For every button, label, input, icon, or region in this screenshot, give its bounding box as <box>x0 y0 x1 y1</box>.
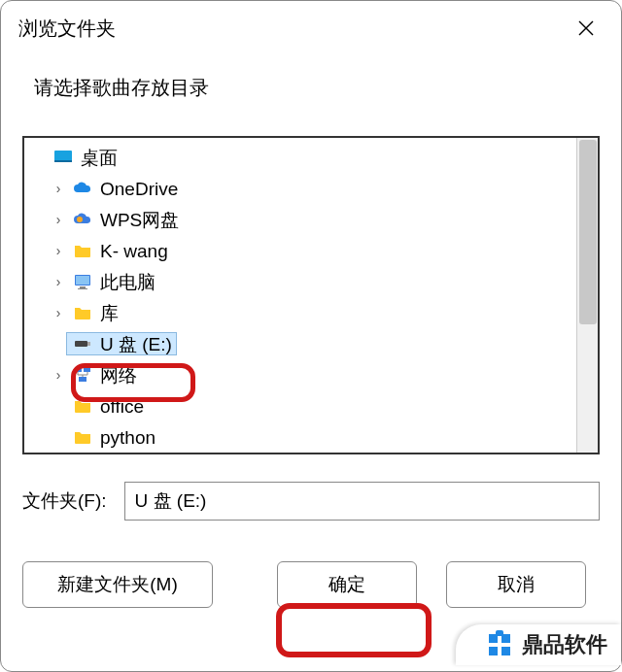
tree-label: python <box>100 428 156 447</box>
usb-drive-icon <box>71 334 94 353</box>
cloud-icon <box>71 210 94 229</box>
titlebar: 浏览文件夹 <box>1 1 621 51</box>
svg-rect-9 <box>75 341 87 347</box>
chevron-right-icon[interactable]: › <box>50 306 67 319</box>
tree-root-desktop[interactable]: 桌面 <box>28 142 598 173</box>
svg-rect-3 <box>54 160 72 162</box>
folder-path-row: 文件夹(F): <box>22 482 600 521</box>
svg-rect-17 <box>501 647 510 655</box>
dialog-title: 浏览文件夹 <box>18 16 116 42</box>
desktop-icon <box>52 148 75 167</box>
tree-item-usb-e[interactable]: U 盘 (E:) <box>28 328 598 359</box>
tree-item-wps[interactable]: › WPS网盘 <box>28 204 598 235</box>
cancel-button[interactable]: 取消 <box>446 561 586 608</box>
cloud-icon <box>71 179 94 198</box>
annotation-highlight <box>276 603 432 657</box>
folder-icon <box>71 241 94 260</box>
svg-rect-18 <box>496 630 503 636</box>
svg-rect-8 <box>78 288 87 289</box>
ok-button[interactable]: 确定 <box>277 561 417 608</box>
tree-label: WPS网盘 <box>100 211 179 229</box>
tree-item-onedrive[interactable]: › OneDrive <box>28 173 598 204</box>
svg-rect-7 <box>80 286 86 288</box>
tree-item-kwang[interactable]: › K- wang <box>28 235 598 266</box>
svg-rect-13 <box>79 377 86 382</box>
tree-item-network[interactable]: › 网络 <box>28 359 598 390</box>
tree-label: 库 <box>100 304 119 322</box>
tree-label: 桌面 <box>81 149 118 167</box>
tree-item-office[interactable]: office <box>28 390 598 421</box>
watermark-logo-icon <box>485 630 514 659</box>
watermark-text: 鼎品软件 <box>522 630 607 659</box>
tree-label: U 盘 (E:) <box>100 335 172 353</box>
chevron-right-icon[interactable]: › <box>50 368 67 382</box>
tree-label: OneDrive <box>100 180 178 198</box>
folder-icon <box>71 303 94 322</box>
chevron-right-icon[interactable]: › <box>50 213 67 226</box>
svg-point-4 <box>77 217 83 222</box>
tree-label: K- wang <box>100 242 168 260</box>
svg-rect-16 <box>489 647 498 655</box>
folder-icon <box>71 427 94 447</box>
watermark: 鼎品软件 <box>456 624 621 665</box>
scrollbar[interactable] <box>576 138 598 453</box>
new-folder-button[interactable]: 新建文件夹(M) <box>22 561 213 608</box>
tree-label: 此电脑 <box>100 273 156 291</box>
svg-rect-11 <box>75 367 82 372</box>
chevron-right-icon[interactable]: › <box>50 244 67 257</box>
scrollbar-thumb[interactable] <box>579 140 597 324</box>
instruction-text: 请选择歌曲存放目录 <box>1 51 621 136</box>
pc-icon <box>71 272 94 291</box>
tree-label: office <box>100 397 144 416</box>
folder-label: 文件夹(F): <box>22 488 107 514</box>
folder-path-input[interactable] <box>124 482 600 521</box>
tree-item-libraries[interactable]: › 库 <box>28 297 598 328</box>
button-row: 新建文件夹(M) 确定 取消 <box>22 561 600 608</box>
chevron-right-icon[interactable]: › <box>50 275 67 288</box>
tree-item-thispc[interactable]: › 此电脑 <box>28 266 598 297</box>
tree-item-python[interactable]: python <box>28 421 598 453</box>
folder-icon <box>71 396 94 416</box>
svg-rect-10 <box>87 342 90 346</box>
tree-label: 网络 <box>100 366 137 385</box>
network-icon <box>71 365 94 385</box>
folder-tree: 桌面 › OneDrive › WPS网盘 › <box>22 136 600 454</box>
browse-folder-dialog: 浏览文件夹 请选择歌曲存放目录 桌面 › OneDrive <box>0 0 622 672</box>
svg-rect-6 <box>76 276 89 285</box>
close-button[interactable] <box>567 13 605 44</box>
chevron-right-icon[interactable]: › <box>50 182 67 195</box>
close-icon <box>578 20 594 36</box>
svg-rect-12 <box>84 367 90 372</box>
